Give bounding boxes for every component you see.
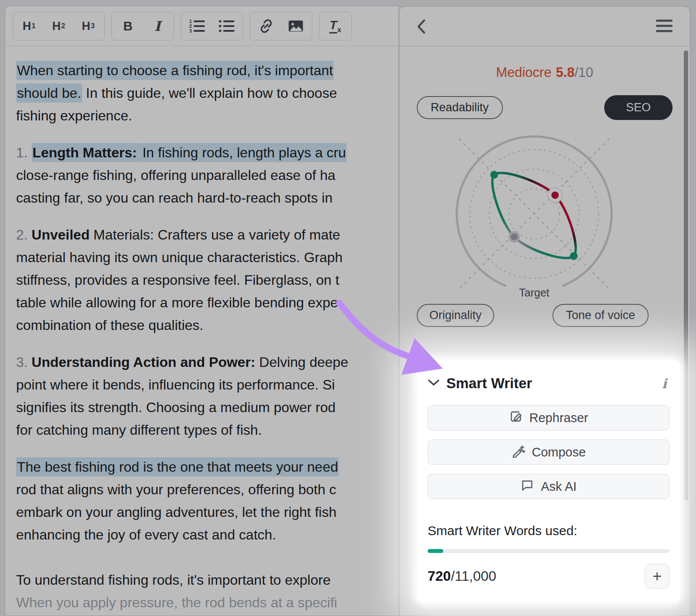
text-line: To understand fishing rods, it's importa… — [16, 569, 398, 591]
compose-icon — [511, 444, 525, 461]
words-used-progress-fill — [428, 549, 443, 553]
text-line: point where it bends, influencing its pe… — [16, 373, 398, 396]
words-used-label: Smart Writer Words used: — [428, 523, 669, 538]
back-button[interactable] — [416, 17, 427, 37]
heading-2-button[interactable]: H2 — [44, 13, 74, 39]
panel-header — [399, 7, 690, 47]
score-radar-chart: Target — [404, 129, 665, 309]
clear-format-button-group: Tx — [319, 12, 352, 40]
panel-scrollbar[interactable] — [684, 50, 688, 501]
score-category-pills: Readability SEO — [417, 95, 673, 120]
heading-1-button[interactable]: H1 — [14, 13, 44, 39]
paragraph: The best fishing rod is the one that mee… — [16, 456, 398, 546]
ask-ai-label: Ask AI — [541, 479, 576, 494]
image-button[interactable] — [281, 13, 311, 39]
target-label: Target — [519, 286, 549, 299]
chevron-down-icon — [428, 379, 440, 388]
words-used-count: 720 — [428, 568, 451, 584]
menu-icon — [656, 20, 673, 32]
editor-content[interactable]: When starting to choose a fishing rod, i… — [5, 46, 398, 614]
link-button[interactable] — [251, 13, 281, 39]
ask-ai-button[interactable]: Ask AI — [428, 474, 669, 499]
bold-button[interactable]: B — [113, 13, 143, 39]
text-line: signifies its strength. Choosing a mediu… — [16, 396, 398, 419]
menu-button[interactable] — [656, 20, 673, 35]
editor-pane[interactable]: H1 H2 H3 B I 123 — [5, 6, 399, 616]
italic-button[interactable]: I — [143, 13, 172, 39]
score-value: 5.8 — [556, 65, 575, 80]
paragraph: When starting to choose a fishing rod, i… — [16, 59, 398, 127]
text-line: fishing experience. — [16, 104, 398, 127]
originality-pill[interactable]: Originality — [417, 304, 494, 327]
text-line: 3. Understanding Action and Power: Delvi… — [16, 351, 398, 373]
clear-formatting-button[interactable]: Tx — [321, 13, 350, 39]
ask-ai-icon — [520, 478, 534, 495]
text-line: for catching many different types of fis… — [16, 419, 398, 441]
ordered-list-button[interactable]: 123 — [182, 13, 212, 39]
words-total: /11,000 — [451, 568, 496, 584]
words-used-progress-track — [428, 549, 669, 553]
tone-of-voice-pill[interactable]: Tone of voice — [552, 304, 649, 327]
text-line: should be. In this guide, we'll explain … — [16, 82, 398, 104]
heading-3-button[interactable]: H3 — [74, 13, 103, 39]
overall-score: Mediocre5.8/10 — [399, 65, 690, 80]
score-max: /10 — [575, 65, 593, 80]
radar-outer-circle — [457, 137, 612, 286]
text-line: table while allowing for a more flexible… — [16, 291, 398, 314]
text-line: When starting to choose a fishing rod, i… — [16, 59, 398, 82]
image-icon — [287, 17, 304, 35]
text-line: stiffness, provides a responsive feel. F… — [16, 269, 398, 291]
rephraser-label: Rephraser — [529, 411, 588, 425]
paragraph: 1. Length Matters: In fishing rods, leng… — [16, 141, 398, 209]
text-line: 2. Unveiled Materials: Crafters use a va… — [16, 223, 398, 246]
words-used-row: 720 /11,000 + — [428, 564, 669, 589]
smart-writer-title: Smart Writer — [446, 375, 532, 392]
list-button-group: 123 — [181, 12, 243, 40]
smart-writer-header[interactable]: Smart Writer i — [428, 375, 669, 392]
seo-point[interactable] — [548, 188, 562, 203]
score-grade: Mediocre — [496, 65, 552, 80]
heading-button-group: H1 H2 H3 — [13, 12, 105, 40]
text-line: 1. Length Matters: In fishing rods, leng… — [16, 141, 398, 164]
paragraph: 3. Understanding Action and Power: Delvi… — [16, 351, 398, 441]
bullet-list-button[interactable] — [212, 13, 241, 39]
link-icon — [258, 17, 275, 35]
readability-pill[interactable]: Readability — [417, 96, 503, 119]
seo-writing-assistant-screen: H1 H2 H3 B I 123 — [0, 0, 696, 616]
text-line: rod that aligns with your preferences, o… — [16, 478, 398, 501]
add-words-button[interactable]: + — [645, 564, 669, 589]
rephraser-icon — [509, 410, 523, 426]
text-line: When you apply pressure, the rod bends a… — [16, 591, 398, 614]
smart-writer-card: Smart Writer i Rephraser Compo — [417, 360, 680, 602]
paragraph: 2. Unveiled Materials: Crafters use a va… — [16, 223, 398, 336]
compose-button[interactable]: Compose — [428, 440, 669, 465]
text-line: enhancing the joy of every cast and catc… — [16, 523, 398, 546]
insert-button-group — [250, 12, 312, 40]
score-loop — [492, 173, 576, 258]
text-line: material having its own unique character… — [16, 246, 398, 269]
text-line: embark on your angling adventures, let t… — [16, 501, 398, 523]
rephraser-button[interactable]: Rephraser — [428, 405, 669, 430]
readability-point[interactable] — [490, 171, 498, 179]
bullet-list-icon — [218, 19, 235, 33]
paragraph: To understand fishing rods, it's importa… — [16, 569, 398, 614]
seo-pill[interactable]: SEO — [604, 95, 673, 120]
compose-label: Compose — [532, 445, 586, 460]
text-line: combination of these qualities. — [16, 314, 398, 336]
formatting-toolbar: H1 H2 H3 B I 123 — [5, 6, 398, 46]
clear-formatting-icon: Tx — [329, 18, 341, 34]
text-line: close-range fishing, offering unparallel… — [16, 164, 398, 186]
tone-of-voice-point[interactable] — [570, 252, 578, 260]
info-icon[interactable]: i — [659, 376, 669, 391]
svg-text:3: 3 — [189, 28, 192, 33]
text-line: casting far, so you can reach hard-to-re… — [16, 186, 398, 209]
ordered-list-icon: 123 — [189, 19, 205, 33]
radar-axes — [459, 139, 609, 289]
text-style-button-group: B I — [111, 12, 174, 40]
text-line: The best fishing rod is the one that mee… — [16, 456, 398, 478]
originality-point[interactable] — [509, 231, 520, 243]
